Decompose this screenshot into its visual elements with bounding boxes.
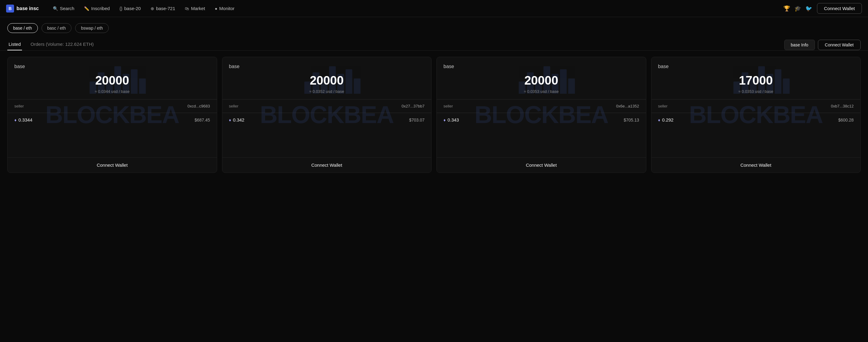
nav-label-base721: base-721 [156, 6, 175, 11]
card-0: BLOCKBEA base 20000 ≈ 0.0344 usd / base … [7, 57, 217, 173]
card-seller-label: seller [229, 104, 239, 108]
card-seller-address: 0xb7...38c12 [831, 104, 854, 108]
card-seller-address: 0xcd...c9683 [188, 104, 210, 108]
inscribed-icon: ✏️ [84, 6, 89, 11]
base721-icon: ⊕ [151, 6, 154, 11]
navbar: B base insc 🔍 Search ✏️ Inscribed {} bas… [0, 0, 868, 17]
trophy-icon[interactable]: 🏆 [783, 5, 790, 12]
card-divider-2 [651, 113, 861, 113]
nav-connect-wallet-button[interactable]: Connect Wallet [817, 3, 862, 14]
card-divider-2 [222, 113, 432, 113]
nav-label-base20: base-20 [124, 6, 141, 11]
section-connect-wallet-button[interactable]: Connect Wallet [818, 40, 861, 50]
nav-logo[interactable]: B base insc [6, 5, 39, 12]
card-seller-address: 0x6e...a1352 [616, 104, 639, 108]
nav-label-search: Search [60, 6, 74, 11]
card-price-row: ♦ 0.342 $703.07 [229, 117, 425, 122]
card-eth-value: 0.343 [447, 117, 459, 122]
graduation-icon[interactable]: 🎓 [795, 5, 801, 12]
nav-item-monitor[interactable]: ● Monitor [211, 4, 239, 13]
social-icons: 🏆 🎓 🐦 [783, 5, 812, 12]
card-usd-per-base: ≈ 0.0352 usd / base [229, 89, 425, 94]
card-price-row: ♦ 0.3344 $687.45 [14, 117, 210, 122]
eth-icon: ♦ [658, 118, 660, 122]
nav-label-inscribed: Inscribed [91, 6, 110, 11]
card-connect-wallet-button[interactable]: Connect Wallet [8, 157, 217, 173]
card-divider-2 [437, 113, 646, 113]
card-amount: 20000 [14, 73, 210, 87]
tab-base-eth[interactable]: base / eth [7, 23, 38, 33]
card-price-row: ♦ 0.292 $600.28 [658, 117, 854, 122]
card-usd-per-base: ≈ 0.0353 usd / base [443, 89, 639, 94]
card-seller-row: seller 0xb7...38c12 [658, 104, 854, 108]
card-eth-price: ♦ 0.343 [443, 117, 459, 122]
search-icon: 🔍 [53, 6, 58, 11]
twitter-icon[interactable]: 🐦 [805, 5, 812, 12]
card-connect-wallet-button[interactable]: Connect Wallet [222, 157, 432, 173]
card-price-row: ♦ 0.343 $705.13 [443, 117, 639, 122]
monitor-icon: ● [215, 6, 217, 11]
nav-item-market[interactable]: 🛍 Market [181, 4, 209, 13]
card-connect-wallet-button[interactable]: Connect Wallet [651, 157, 861, 173]
card-1: BLOCKBEA base 20000 ≈ 0.0352 usd / base … [222, 57, 432, 173]
section-header: Listed Orders (Volume: 122.624 ETH) base… [0, 37, 868, 51]
base20-icon: {} [119, 6, 122, 11]
card-ticker: base [229, 64, 425, 69]
card-seller-row: seller 0xcd...c9683 [14, 104, 210, 108]
nav-item-inscribed[interactable]: ✏️ Inscribed [80, 4, 114, 13]
card-seller-row: seller 0x6e...a1352 [443, 104, 639, 108]
filter-tabs: base / eth basc / eth bswap / eth [0, 17, 868, 37]
nav-items: 🔍 Search ✏️ Inscribed {} base-20 ⊕ base-… [49, 4, 778, 13]
nav-label-monitor: Monitor [219, 6, 235, 11]
tab-bswap-eth[interactable]: bswap / eth [75, 23, 109, 33]
tab-listed[interactable]: Listed [7, 39, 22, 51]
card-eth-price: ♦ 0.3344 [14, 117, 32, 122]
card-ticker: base [658, 64, 854, 69]
card-seller-address: 0x27...37bb7 [402, 104, 425, 108]
card-eth-value: 0.3344 [18, 117, 32, 122]
card-usd-per-base: ≈ 0.0353 usd / base [658, 89, 854, 94]
eth-icon: ♦ [14, 118, 17, 122]
base-info-button[interactable]: base Info [784, 40, 815, 50]
card-amount: 20000 [229, 73, 425, 87]
nav-item-search[interactable]: 🔍 Search [49, 4, 79, 13]
card-2: BLOCKBEA base 20000 ≈ 0.0353 usd / base … [436, 57, 646, 173]
eth-icon: ♦ [443, 118, 445, 122]
cards-grid: BLOCKBEA base 20000 ≈ 0.0344 usd / base … [0, 51, 868, 179]
card-connect-wallet-button[interactable]: Connect Wallet [437, 157, 646, 173]
nav-item-base20[interactable]: {} base-20 [115, 4, 145, 13]
card-usd-value: $600.28 [838, 118, 854, 122]
section-actions: base Info Connect Wallet [784, 40, 861, 50]
market-icon: 🛍 [185, 6, 189, 11]
nav-item-base721[interactable]: ⊕ base-721 [146, 4, 180, 13]
card-eth-value: 0.292 [662, 117, 674, 122]
card-usd-value: $703.07 [409, 118, 425, 122]
card-seller-row: seller 0x27...37bb7 [229, 104, 425, 108]
card-ticker: base [443, 64, 639, 69]
tab-orders[interactable]: Orders (Volume: 122.624 ETH) [29, 39, 95, 51]
logo-text: base insc [17, 6, 39, 11]
logo-icon: B [6, 5, 14, 12]
tab-basc-eth[interactable]: basc / eth [41, 23, 72, 33]
card-amount: 20000 [443, 73, 639, 87]
section-tabs: Listed Orders (Volume: 122.624 ETH) [7, 39, 102, 51]
card-seller-label: seller [14, 104, 24, 108]
card-3: BLOCKBEA base 17000 ≈ 0.0353 usd / base … [651, 57, 861, 173]
card-eth-price: ♦ 0.292 [658, 117, 674, 122]
card-seller-label: seller [658, 104, 668, 108]
card-seller-label: seller [443, 104, 453, 108]
card-usd-value: $687.45 [194, 118, 210, 122]
card-usd-value: $705.13 [624, 118, 639, 122]
card-eth-value: 0.342 [233, 117, 245, 122]
card-divider-2 [8, 113, 217, 113]
card-amount: 17000 [658, 73, 854, 87]
card-usd-per-base: ≈ 0.0344 usd / base [14, 89, 210, 94]
card-eth-price: ♦ 0.342 [229, 117, 245, 122]
nav-label-market: Market [191, 6, 205, 11]
eth-icon: ♦ [229, 118, 231, 122]
card-ticker: base [14, 64, 210, 69]
